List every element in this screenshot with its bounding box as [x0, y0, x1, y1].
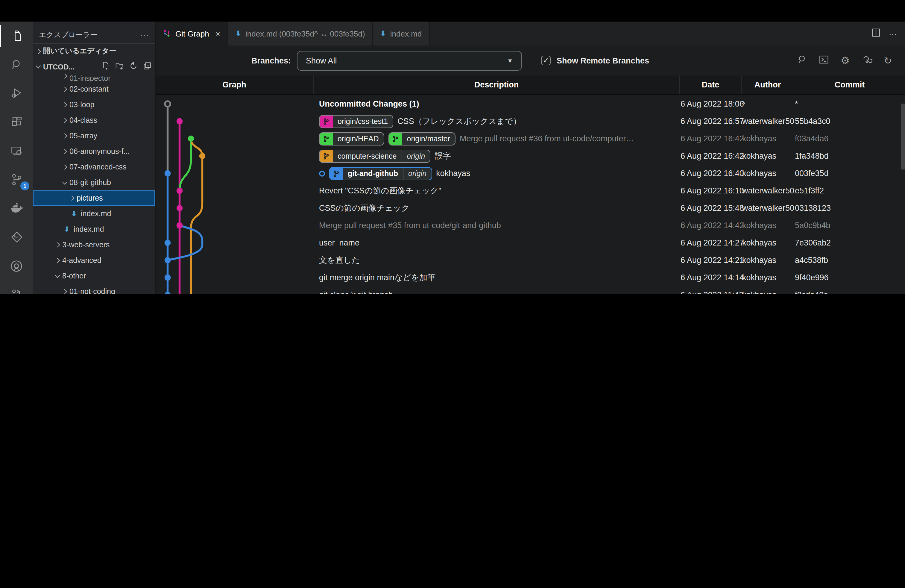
commit-hash: 003fe35d [794, 169, 905, 178]
tree-item-label: 02-constant [70, 85, 109, 94]
editor-more-icon[interactable]: ··· [889, 29, 897, 38]
new-file-icon[interactable] [102, 62, 110, 72]
tree-item-04-class[interactable]: 04-class [33, 113, 155, 128]
chevron-right-icon [62, 74, 67, 78]
source-control-icon[interactable]: 1 [0, 165, 33, 194]
tree-item-01-not-coding[interactable]: 01-not-coding [33, 284, 155, 294]
commit-row[interactable]: 文を直した6 Aug 2022 14:21kokhayasa4c538fb [156, 251, 905, 269]
open-editors-section[interactable]: 開いているエディター [33, 43, 155, 59]
tree-item-label: 3-web-servers [62, 241, 110, 249]
commit-row[interactable]: user_name6 Aug 2022 14:27kokhayas7e306ab… [156, 234, 905, 251]
commit-row[interactable]: Revert "CSSの節の画像チェック"6 Aug 2022 16:10wat… [156, 182, 905, 199]
tree-item-08-git-github[interactable]: 08-git-github [33, 175, 155, 191]
tree-item-label: index.md [74, 225, 104, 234]
commit-hash: 9f40e996 [794, 273, 905, 282]
branch-badge-origin-css-test1[interactable]: origin/css-test1 [319, 114, 393, 128]
tree-item-label: 07-advanced-css [70, 163, 126, 171]
tree-item-02-constant[interactable]: 02-constant [33, 81, 155, 97]
commit-message: 文を直した [319, 255, 360, 265]
branch-badge-label: origin/master [402, 133, 455, 145]
tab-close-icon[interactable]: × [216, 29, 220, 38]
explorer-icon[interactable] [0, 22, 33, 50]
commit-hash: 1fa348bd [794, 151, 905, 161]
commit-row[interactable]: git merge origin mainなどを加筆6 Aug 2022 14:… [156, 269, 905, 286]
find-icon[interactable] [797, 54, 808, 67]
tree-item-pictures[interactable]: pictures [33, 191, 155, 206]
commit-description: 文を直した [313, 255, 680, 265]
commit-message: git cloneとgit branch [319, 289, 393, 294]
commit-author: * [741, 99, 794, 108]
chevron-right-icon [62, 102, 67, 108]
chevron-right-icon [62, 149, 67, 154]
markdown-file-icon: ⬇ [63, 225, 71, 234]
commit-row[interactable]: Merge pull request #35 from ut-code/git-… [156, 217, 905, 234]
tree-item-01-inspector[interactable]: 01-inspector [33, 74, 155, 81]
fetch-icon[interactable] [861, 54, 872, 67]
tree-item-label: 06-anonymous-f... [70, 147, 130, 156]
settings-icon[interactable]: ⚙ [841, 54, 850, 67]
pull-request-icon[interactable] [0, 280, 33, 294]
commit-description: git merge origin mainなどを加筆 [313, 272, 680, 283]
tree-item-07-advanced-css[interactable]: 07-advanced-css [33, 159, 155, 175]
branch-badge-git-and-github[interactable]: git-and-githuborigin [329, 167, 432, 180]
commit-row[interactable]: CSSの節の画像チェック6 Aug 2022 15:48waterwalker5… [156, 199, 905, 217]
tab-index-md[interactable]: ⬇index.md [373, 22, 430, 46]
tree-item-06-anonymous-f-[interactable]: 06-anonymous-f... [33, 144, 155, 159]
column-header-description[interactable]: Description [313, 75, 680, 94]
github-icon[interactable] [0, 251, 33, 280]
column-header-commit[interactable]: Commit [794, 75, 905, 94]
tree-item-3-web-servers[interactable]: 3-web-servers [33, 237, 155, 253]
split-editor-icon[interactable] [872, 28, 880, 39]
column-header-author[interactable]: Author [741, 75, 794, 94]
show-remote-checkbox[interactable]: ✓ [541, 56, 551, 65]
commit-date: 6 Aug 2022 15:48 [680, 203, 741, 213]
refresh-view-icon[interactable]: ↻ [884, 55, 892, 66]
commit-message: Uncommitted Changes (1) [319, 99, 419, 108]
tree-item-4-advanced[interactable]: 4-advanced [33, 253, 155, 268]
commit-description: Merge pull request #35 from ut-code/git-… [313, 221, 680, 230]
branches-dropdown[interactable]: Show All ▼ [297, 51, 522, 70]
branches-value: Show All [306, 56, 337, 65]
branch-badge-origin-master[interactable]: origin/master [389, 132, 456, 145]
commit-author: waterwalker50 [741, 186, 794, 195]
tree-item-index-md[interactable]: ⬇index.md [33, 222, 155, 237]
tab-git-graph[interactable]: Git Graph× [156, 22, 228, 46]
new-folder-icon[interactable] [116, 62, 124, 72]
tree-item-05-array[interactable]: 05-array [33, 128, 155, 144]
commit-row[interactable]: origin/HEADorigin/masterMerge pull reque… [156, 130, 905, 147]
refresh-icon[interactable] [129, 62, 138, 72]
commit-table-header: GraphDescriptionDateAuthorCommit [156, 75, 905, 95]
search-icon[interactable] [0, 50, 33, 79]
column-header-graph[interactable]: Graph [156, 75, 313, 94]
chevron-right-icon [55, 258, 60, 263]
branch-badge-origin-HEAD[interactable]: origin/HEAD [319, 132, 384, 145]
branch-badge-computer-science[interactable]: computer-scienceorigin [319, 149, 430, 162]
run-debug-icon[interactable] [0, 79, 33, 108]
commit-row[interactable]: git cloneとgit branch6 Aug 2022 11:43kokh… [156, 286, 905, 294]
show-remote-label: Show Remote Branches [557, 56, 649, 65]
commit-row[interactable]: computer-scienceorigin誤字6 Aug 2022 16:42… [156, 147, 905, 165]
workspace-label: UTCOD... [43, 63, 75, 71]
tree-item-03-loop[interactable]: 03-loop [33, 97, 155, 113]
commit-row[interactable]: Uncommitted Changes (1)6 Aug 2022 18:06*… [156, 95, 905, 113]
commit-message: Merge pull request #35 from ut-code/git-… [319, 221, 501, 230]
gitlens-icon[interactable] [0, 223, 33, 251]
commit-row[interactable]: origin/css-test1CSS（フレックスボックスまで）6 Aug 20… [156, 113, 905, 130]
markdown-file-icon: ⬇ [70, 210, 78, 218]
column-header-date[interactable]: Date [680, 75, 741, 94]
docker-icon[interactable] [0, 194, 33, 223]
commit-date: 6 Aug 2022 16:42 [680, 134, 741, 143]
branch-icon [320, 133, 333, 145]
collapse-all-icon[interactable] [143, 62, 151, 72]
tree-item-index-md[interactable]: ⬇index.md [33, 206, 155, 222]
workspace-section[interactable]: UTCOD... [33, 59, 155, 74]
sidebar-more-icon[interactable]: ··· [140, 30, 149, 39]
terminal-icon[interactable] [819, 54, 829, 67]
commit-author: kokhayas [741, 221, 794, 230]
tab-index-md-003fe35d-003fe35d-[interactable]: ⬇index.md (003fe35d^ ↔ 003fe35d) [228, 22, 373, 46]
commit-message: 誤字 [435, 151, 451, 161]
remote-explorer-icon[interactable] [0, 137, 33, 165]
tree-item-8-other[interactable]: 8-other [33, 268, 155, 284]
commit-row[interactable]: git-and-githuboriginkokhayas6 Aug 2022 1… [156, 165, 905, 182]
extensions-icon[interactable] [0, 108, 33, 137]
